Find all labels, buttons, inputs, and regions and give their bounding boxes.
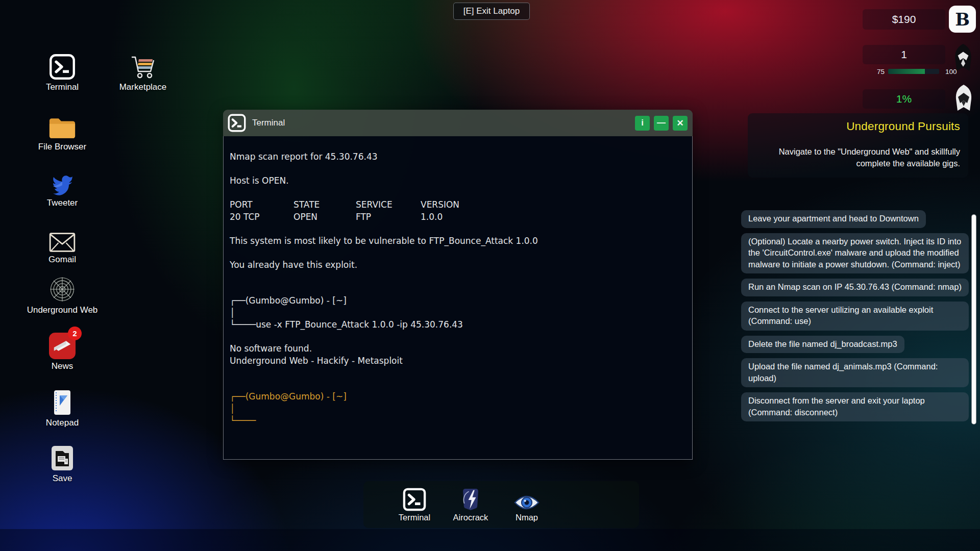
objective-item: Delete the file named dj_broadcast.mp3 — [741, 336, 904, 354]
terminal-line: Host is OPEN. — [230, 175, 685, 187]
desktop-icon-tweeter[interactable]: Tweeter — [21, 168, 103, 208]
objective-item: Connect to the server utilizing an avail… — [741, 302, 969, 331]
spiderweb-icon — [48, 276, 76, 303]
terminal-prompt: │ — [230, 403, 685, 415]
terminal-line: No software found. — [230, 343, 685, 355]
objectives-scrollbar[interactable] — [971, 214, 976, 424]
xp-min-label: 75 — [877, 68, 885, 76]
desktop-icon-save[interactable]: Save — [21, 444, 103, 484]
quest-panel: Underground Pursuits Navigate to the "Un… — [748, 113, 968, 178]
xp-max-label: 100 — [945, 68, 957, 76]
objective-item: Leave your apartment and head to Downtow… — [741, 210, 926, 228]
exit-laptop-button[interactable]: [E] Exit Laptop — [453, 3, 530, 20]
terminal-line: This system is most likely to be vulnera… — [230, 235, 685, 247]
desktop-icon-marketplace[interactable]: Marketplace — [102, 53, 184, 92]
taskbar-item-terminal[interactable]: Terminal — [393, 487, 436, 522]
objective-item: Run an Nmap scan on IP 45.30.76.43 (Comm… — [741, 279, 969, 296]
taskbar-item-airocrack[interactable]: Airocrack — [449, 487, 492, 522]
progress-value: 1% — [896, 93, 912, 105]
white-hooded-avatar-icon — [951, 83, 976, 113]
window-title: Terminal — [252, 118, 631, 128]
desktop-icon-gomail[interactable]: Gomail — [21, 225, 103, 265]
terminal-table-header: PORTSTATESERVICEVERSION — [230, 199, 685, 211]
objective-item: (Optional) Locate a nearby power switch.… — [741, 233, 969, 274]
bank-logo-icon: B — [949, 6, 976, 33]
desktop-icon-file-browser[interactable]: File Browser — [21, 112, 103, 152]
folder-icon — [48, 116, 77, 140]
terminal-line: Underground Web - Hackify - Metasploit — [230, 355, 685, 367]
xp-bar — [888, 69, 939, 74]
taskbar: Terminal Airocrack Nmap — [363, 481, 639, 528]
terminal-icon — [403, 488, 426, 511]
desktop-icon-news[interactable]: 2 News — [21, 332, 103, 371]
terminal-window: Terminal i — ✕ Nmap scan report for 45.3… — [223, 110, 693, 460]
terminal-cursor-line[interactable]: └──── — [230, 415, 685, 427]
terminal-line: You already have this exploit. — [230, 259, 685, 271]
terminal-line: Nmap scan report for 45.30.76.43 — [230, 151, 685, 163]
quest-objectives-list: Leave your apartment and head to Downtow… — [741, 210, 970, 428]
terminal-command: └────use -x FTP_Bounce_Attack 1.0.0 -ip … — [230, 319, 685, 331]
taskbar-item-nmap[interactable]: Nmap — [505, 487, 548, 522]
level-display: 1 — [863, 45, 945, 64]
desktop-icon-underground-web[interactable]: Underground Web — [21, 276, 103, 315]
objective-item: Disconnect from the server and exit your… — [741, 392, 969, 421]
notepad-icon — [52, 389, 72, 416]
shopping-cart-icon — [129, 55, 157, 80]
eye-icon — [514, 494, 540, 511]
desktop-icon-terminal[interactable]: Terminal — [21, 53, 103, 92]
money-value: $190 — [892, 13, 916, 26]
money-display: $190 — [863, 9, 945, 30]
terminal-icon — [228, 114, 246, 132]
terminal-icon — [49, 54, 76, 80]
bottom-band — [0, 529, 980, 551]
terminal-table-row: 20 TCPOPENFTP1.0.0 — [230, 211, 685, 223]
quest-description: Navigate to the "Underground Web" and sk… — [756, 146, 960, 169]
bird-icon — [49, 171, 76, 196]
quest-title: Underground Pursuits — [756, 120, 960, 133]
info-button[interactable]: i — [635, 116, 650, 131]
terminal-content[interactable]: Nmap scan report for 45.30.76.43 Host is… — [223, 136, 693, 460]
terminal-prompt: │ — [230, 307, 685, 319]
envelope-icon — [49, 232, 76, 253]
terminal-titlebar[interactable]: Terminal i — ✕ — [223, 110, 693, 136]
objective-item: Upload the file named dj_animals.mp3 (Co… — [741, 358, 969, 387]
shield-lightning-icon — [460, 488, 481, 511]
terminal-prompt: ┌──(Gumbo@Gumbo) - [~] — [230, 391, 685, 403]
level-value: 1 — [901, 48, 907, 61]
desktop-icon-notepad[interactable]: Notepad — [21, 388, 103, 428]
exit-laptop-label: [E] Exit Laptop — [463, 6, 520, 16]
save-icon — [50, 445, 75, 471]
progress-display: 1% — [863, 89, 945, 109]
news-badge: 2 — [68, 327, 82, 340]
minimize-button[interactable]: — — [654, 116, 669, 131]
game-desktop: [E] Exit Laptop $190 B 1 75 100 1% Under… — [0, 0, 980, 551]
close-button[interactable]: ✕ — [673, 116, 688, 131]
terminal-prompt: ┌──(Gumbo@Gumbo) - [~] — [230, 295, 685, 307]
xp-bar-fill — [888, 69, 925, 74]
